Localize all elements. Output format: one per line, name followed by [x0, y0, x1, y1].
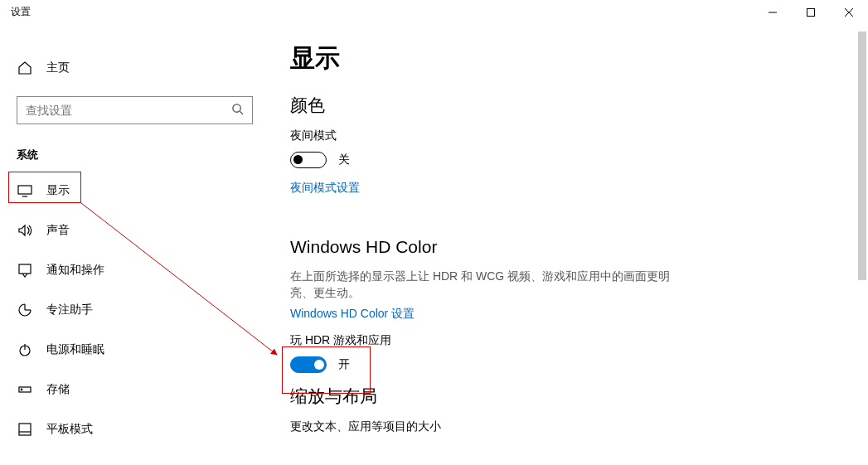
scale-desc: 更改文本、应用等项目的大小 — [290, 419, 868, 434]
sidebar-item-label: 显示 — [46, 183, 70, 198]
notification-icon — [17, 262, 33, 279]
nav-home-label: 主页 — [46, 61, 70, 75]
sidebar-item-tablet[interactable]: 平板模式 — [0, 409, 269, 449]
night-mode-state: 关 — [338, 153, 350, 167]
sidebar-group-header: 系统 — [0, 139, 269, 171]
svg-rect-1 — [807, 9, 815, 17]
svg-rect-6 — [18, 186, 32, 194]
sidebar-item-label: 通知和操作 — [46, 263, 104, 278]
maximize-button[interactable] — [792, 0, 830, 25]
hdcolor-desc: 在上面所选择的显示器上让 HDR 和 WCG 视频、游戏和应用中的画面更明亮、更… — [290, 269, 672, 301]
sidebar-item-notifications[interactable]: 通知和操作 — [0, 250, 269, 290]
page-title: 显示 — [290, 41, 868, 75]
sidebar-item-label: 电源和睡眠 — [46, 342, 104, 357]
search-input-container[interactable] — [17, 96, 253, 124]
power-icon — [17, 341, 33, 358]
sidebar-item-sound[interactable]: 声音 — [0, 211, 269, 250]
hdcolor-settings-link[interactable]: Windows HD Color 设置 — [290, 307, 415, 322]
sound-icon — [17, 222, 33, 239]
search-input[interactable] — [26, 104, 231, 117]
display-icon — [17, 182, 33, 199]
night-mode-label: 夜间模式 — [290, 128, 868, 143]
maximize-icon — [807, 8, 815, 17]
window-title: 设置 — [0, 0, 39, 19]
svg-rect-8 — [19, 264, 31, 274]
hdr-games-label: 玩 HDR 游戏和应用 — [290, 333, 868, 348]
section-scale-heading: 缩放与布局 — [290, 385, 868, 408]
sidebar-item-focus-assist[interactable]: 专注助手 — [0, 290, 269, 330]
hdr-games-state: 开 — [338, 357, 350, 372]
hdr-games-toggle[interactable] — [290, 356, 327, 373]
nav-home[interactable]: 主页 — [0, 48, 269, 88]
vertical-scrollbar[interactable] — [856, 31, 868, 465]
titlebar: 设置 — [0, 0, 868, 31]
sidebar-item-power[interactable]: 电源和睡眠 — [0, 330, 269, 370]
svg-line-5 — [240, 111, 243, 114]
focus-icon — [17, 302, 33, 318]
close-button[interactable] — [830, 0, 868, 25]
section-color-heading: 颜色 — [290, 94, 868, 117]
sidebar-item-label: 专注助手 — [46, 303, 93, 317]
night-mode-settings-link[interactable]: 夜间模式设置 — [290, 181, 360, 196]
section-hdcolor-heading: Windows HD Color — [290, 237, 868, 257]
content-area: 显示 颜色 夜间模式 关 夜间模式设置 Windows HD Color 在上面… — [269, 31, 868, 465]
night-mode-toggle[interactable] — [290, 152, 327, 168]
svg-rect-15 — [19, 424, 31, 435]
minimize-button[interactable] — [754, 0, 792, 25]
svg-point-4 — [233, 104, 240, 111]
tablet-icon — [17, 421, 33, 438]
svg-point-14 — [21, 389, 22, 390]
sidebar-item-label: 声音 — [46, 223, 70, 238]
scrollbar-thumb[interactable] — [858, 31, 866, 280]
sidebar-item-display[interactable]: 显示 — [0, 171, 269, 211]
close-icon — [845, 8, 853, 17]
sidebar: 主页 系统 显示 声音 通知和操作 — [0, 31, 269, 465]
storage-icon — [17, 381, 33, 398]
home-icon — [17, 60, 33, 76]
minimize-icon — [769, 8, 777, 17]
sidebar-item-label: 平板模式 — [46, 422, 93, 437]
search-icon — [231, 103, 244, 119]
sidebar-item-label: 存储 — [46, 382, 70, 397]
sidebar-item-storage[interactable]: 存储 — [0, 370, 269, 409]
